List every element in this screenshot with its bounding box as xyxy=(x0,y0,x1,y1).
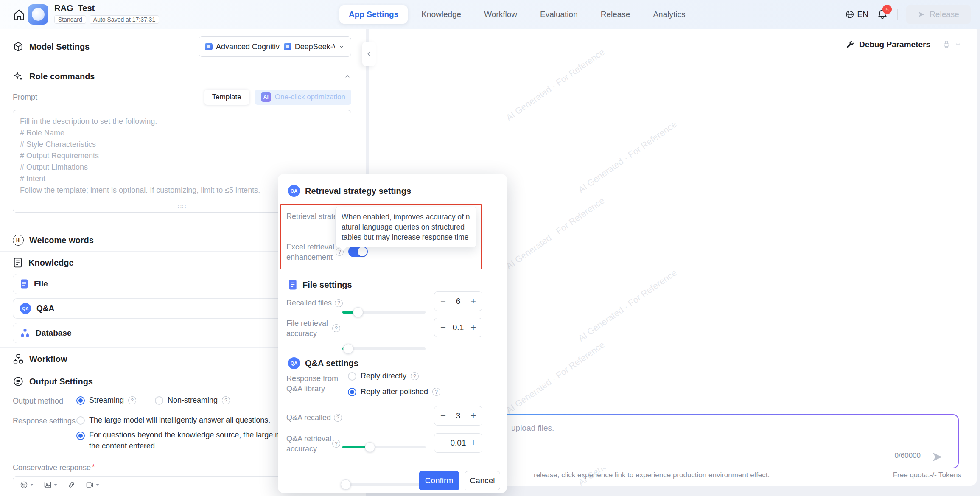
recalled-files-value[interactable]: 6 xyxy=(456,297,461,306)
radio-reply-after-polished[interactable]: Reply after polished ? xyxy=(348,387,440,396)
file-icon xyxy=(20,279,28,289)
database-icon xyxy=(20,328,30,338)
radio-answer-all[interactable]: The large model will intelligently answe… xyxy=(76,416,303,425)
workflow-icon xyxy=(13,353,24,364)
qa-accuracy-label-line2: accuracy xyxy=(286,444,331,454)
one-click-optimization-button[interactable]: AI One-click optimization xyxy=(255,90,351,105)
prompt-label: Prompt xyxy=(13,93,37,102)
recalled-files-slider[interactable] xyxy=(342,307,426,317)
slider-handle[interactable] xyxy=(365,442,375,452)
excel-enhancement-label-line2: enhancement xyxy=(286,252,334,262)
cancel-button[interactable]: Cancel xyxy=(465,471,500,490)
help-icon[interactable]: ? xyxy=(432,388,440,396)
notifications-button[interactable]: 5 xyxy=(877,8,889,20)
tab-app-settings[interactable]: App Settings xyxy=(339,5,408,24)
collapse-panel-button[interactable] xyxy=(362,42,376,66)
non-streaming-label: Non-streaming xyxy=(168,396,218,405)
notification-count-badge: 5 xyxy=(882,5,892,14)
template-button[interactable]: Template xyxy=(204,90,249,105)
tab-workflow[interactable]: Workflow xyxy=(475,5,526,24)
main-nav-tabs: App Settings Knowledge Workflow Evaluati… xyxy=(339,4,694,25)
video-tool[interactable] xyxy=(86,481,99,489)
qa-recalled-slider[interactable] xyxy=(342,442,426,452)
radio-streaming[interactable]: Streaming ? xyxy=(76,396,136,405)
app-title: RAG_Test xyxy=(54,3,159,13)
release-button[interactable]: Release xyxy=(906,5,971,24)
resize-handle[interactable]: ∷∷ xyxy=(177,203,186,210)
retrieval-strategy-modal: QA Retrieval strategy settings Retrieval… xyxy=(278,174,507,493)
radio-beyond-knowledge[interactable]: For questions beyond the knowledge sourc… xyxy=(76,431,303,452)
file-accuracy-label-line1: File retrieval xyxy=(286,318,328,328)
tab-analytics[interactable]: Analytics xyxy=(644,5,694,24)
decrease-button[interactable]: − xyxy=(440,410,446,421)
chevron-up-icon[interactable] xyxy=(344,73,351,80)
streaming-label: Streaming xyxy=(89,396,124,405)
radio-dot xyxy=(76,396,85,405)
qa-accuracy-slider[interactable] xyxy=(342,479,426,490)
home-icon[interactable] xyxy=(13,8,25,21)
required-mark: * xyxy=(92,463,95,471)
tab-release[interactable]: Release xyxy=(591,5,640,24)
image-tool[interactable] xyxy=(44,481,57,489)
debug-parameters-title: Debug Parameters xyxy=(859,40,930,49)
help-icon[interactable]: ? xyxy=(411,372,419,380)
file-settings-title: File settings xyxy=(302,280,352,290)
prompt-placeholder-line: # Output Limitations xyxy=(20,162,344,173)
increase-button[interactable]: + xyxy=(470,410,476,421)
release-notice-text: release, click experience link to experi… xyxy=(534,471,770,479)
send-message-button[interactable] xyxy=(931,451,944,463)
model-select[interactable]: Advanced Cognitive ... DeepSeek-V3 xyxy=(199,36,351,57)
link-tool[interactable] xyxy=(67,481,76,489)
decrease-button[interactable]: − xyxy=(440,437,446,448)
welcome-words-icon: Hi xyxy=(13,235,24,246)
help-icon[interactable]: ? xyxy=(334,414,342,422)
prompt-placeholder-line: # Style Characteristics xyxy=(20,139,344,150)
caret-down-icon xyxy=(54,484,57,486)
model-secondary: DeepSeek-V3 xyxy=(295,42,335,51)
help-icon[interactable]: ? xyxy=(332,440,340,448)
modal-title: Retrieval strategy settings xyxy=(305,186,411,196)
sparkle-icon xyxy=(13,71,24,82)
help-icon[interactable]: ? xyxy=(128,396,136,404)
qa-icon: QA xyxy=(288,357,300,369)
file-accuracy-slider[interactable] xyxy=(342,344,426,354)
output-method-label: Output method xyxy=(13,396,76,406)
plan-badge: Standard xyxy=(54,15,86,24)
qa-icon: QA xyxy=(20,303,31,314)
tab-evaluation[interactable]: Evaluation xyxy=(531,5,587,24)
confirm-button[interactable]: Confirm xyxy=(419,471,459,490)
qa-recalled-stepper: − 3 + xyxy=(434,406,482,426)
language-switcher[interactable]: EN xyxy=(845,10,868,19)
clear-brush-icon[interactable] xyxy=(942,40,951,49)
qa-icon: QA xyxy=(288,185,300,197)
reply-after-polished-label: Reply after polished xyxy=(361,387,428,396)
emoji-tool[interactable] xyxy=(20,481,34,489)
decrease-button[interactable]: − xyxy=(440,322,446,333)
model-settings-title: Model Settings xyxy=(29,42,90,52)
tab-knowledge[interactable]: Knowledge xyxy=(412,5,470,24)
help-icon[interactable]: ? xyxy=(335,299,343,307)
increase-button[interactable]: + xyxy=(470,437,476,448)
chevron-down-icon[interactable] xyxy=(955,41,961,48)
excel-enhancement-toggle[interactable] xyxy=(348,246,368,257)
qa-card-label: Q&A xyxy=(36,304,54,313)
increase-button[interactable]: + xyxy=(470,322,476,333)
increase-button[interactable]: + xyxy=(470,296,476,307)
radio-reply-directly[interactable]: Reply directly ? xyxy=(348,372,419,381)
radio-dot xyxy=(76,416,85,425)
radio-non-streaming[interactable]: Non-streaming ? xyxy=(155,396,230,405)
file-accuracy-value[interactable]: 0.1 xyxy=(453,323,464,332)
char-count: 0/60000 xyxy=(895,451,921,460)
slider-handle[interactable] xyxy=(353,307,363,317)
decrease-button[interactable]: − xyxy=(440,296,446,307)
slider-handle[interactable] xyxy=(341,479,351,490)
video-icon xyxy=(86,481,94,489)
help-icon[interactable]: ? xyxy=(332,324,340,332)
help-icon[interactable]: ? xyxy=(222,396,230,404)
output-settings-icon xyxy=(13,376,24,387)
top-header: RAG_Test Standard Auto Saved at 17:37:31… xyxy=(0,0,980,29)
app-logo xyxy=(28,4,48,25)
slider-handle[interactable] xyxy=(343,344,353,354)
qa-recalled-value[interactable]: 3 xyxy=(456,411,461,420)
qa-accuracy-value[interactable]: 0.01 xyxy=(451,438,466,448)
